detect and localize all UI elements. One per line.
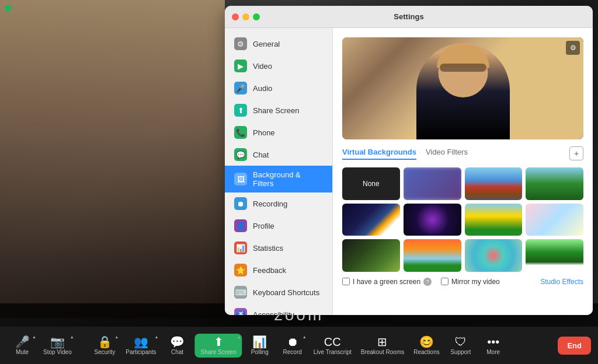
- background-sunset[interactable]: [404, 239, 461, 272]
- mute-button[interactable]: ▲ 🎤 Mute: [7, 334, 37, 358]
- sidebar-label-profile: Profile: [253, 222, 274, 230]
- maximize-button[interactable]: [253, 13, 260, 20]
- camera-settings-button[interactable]: ⚙: [566, 41, 580, 55]
- more-label: More: [486, 349, 500, 355]
- recording-icon: ⏺: [234, 197, 247, 210]
- sidebar-item-share-screen[interactable]: ⬆ Share Screen: [225, 99, 332, 121]
- sidebar-item-general[interactable]: ⚙ General: [225, 33, 332, 55]
- camera-preview: ⚙: [342, 37, 583, 139]
- record-label: Record: [283, 349, 302, 355]
- security-button[interactable]: ▲ 🔒 Security: [89, 334, 120, 358]
- sidebar-label-general: General: [253, 40, 280, 48]
- sidebar-item-statistics[interactable]: 📊 Statistics: [225, 237, 332, 259]
- share-screen-button[interactable]: ▲ ⬆ Share Screen: [195, 334, 242, 358]
- sidebar-item-background[interactable]: 🖼 Background & Filters: [225, 166, 332, 192]
- share-screen-toolbar-label: Share Screen: [201, 349, 237, 355]
- background-nature[interactable]: [526, 167, 583, 200]
- video-caret: ▲: [70, 335, 74, 339]
- sidebar-item-keyboard[interactable]: ⌨ Keyboard Shortcuts: [225, 281, 332, 303]
- security-caret: ▲: [114, 335, 119, 339]
- profile-icon: 👤: [234, 219, 247, 232]
- sidebar-item-chat[interactable]: 💬 Chat: [225, 144, 332, 166]
- reactions-button[interactable]: 😊 Reactions: [410, 334, 443, 358]
- feedback-icon: ⭐: [234, 264, 247, 276]
- sidebar-label-accessibility: Accessibility: [253, 310, 294, 316]
- participants-button[interactable]: ▲ 👥 Participants: [122, 334, 159, 358]
- background-colorful[interactable]: [465, 239, 523, 272]
- background-none[interactable]: None: [342, 167, 400, 200]
- participants-caret: ▲: [155, 335, 159, 339]
- settings-sidebar: ⚙ General ▶ Video 🎤 Audio ⬆ Share Screen…: [225, 28, 333, 315]
- settings-body: ⚙ General ▶ Video 🎤 Audio ⬆ Share Screen…: [225, 28, 593, 315]
- sidebar-label-chat: Chat: [253, 150, 269, 159]
- sidebar-item-profile[interactable]: 👤 Profile: [225, 215, 332, 237]
- statistics-icon: 📊: [234, 242, 247, 254]
- chat-toolbar-button[interactable]: 💬 Chat: [162, 334, 193, 358]
- participants-label: Participants: [126, 349, 156, 355]
- sidebar-label-keyboard: Keyboard Shortcuts: [253, 288, 319, 297]
- participants-icon: 👥: [134, 336, 148, 348]
- background-blur[interactable]: [404, 167, 461, 200]
- phone-icon: 📞: [234, 126, 247, 139]
- keyboard-icon: ⌨: [234, 286, 247, 299]
- toolbar: ▲ 🎤 Mute ▲ 📷 Stop Video ▲ 🔒 Security ▲ 👥…: [0, 327, 598, 364]
- mute-caret: ▲: [32, 335, 36, 339]
- mirror-video-checkbox[interactable]: [441, 278, 448, 285]
- background-pastel[interactable]: [526, 204, 583, 236]
- support-button[interactable]: 🛡 Support: [446, 334, 476, 358]
- breakout-rooms-icon: ⊞: [377, 336, 387, 348]
- live-transcript-button[interactable]: CC Live Transcript: [310, 334, 355, 358]
- background-sunflower[interactable]: [465, 204, 523, 236]
- chat-toolbar-icon: 💬: [170, 336, 185, 348]
- chat-icon: 💬: [234, 148, 247, 161]
- more-button[interactable]: ••• More: [478, 334, 509, 358]
- help-icon[interactable]: ?: [423, 278, 432, 286]
- end-button[interactable]: End: [558, 337, 591, 355]
- toolbar-right: End: [558, 337, 591, 355]
- polling-button[interactable]: 📊 Polling: [245, 334, 275, 358]
- reactions-icon: 😊: [419, 336, 434, 348]
- sidebar-item-phone[interactable]: 📞 Phone: [225, 121, 332, 144]
- studio-effects-link[interactable]: Studio Effects: [540, 278, 583, 286]
- record-button[interactable]: ▲ ⏺ Record: [277, 334, 308, 358]
- green-screen-label: I have a green screen: [353, 278, 420, 286]
- settings-title: Settings: [394, 12, 423, 21]
- stop-video-button[interactable]: ▲ 📷 Stop Video: [40, 334, 75, 358]
- stop-video-label: Stop Video: [43, 349, 72, 355]
- breakout-rooms-button[interactable]: ⊞ Breakout Rooms: [357, 334, 408, 358]
- toolbar-center: ▲ 🔒 Security ▲ 👥 Participants 💬 Chat ▲ ⬆…: [89, 334, 508, 358]
- accessibility-icon: ♿: [234, 308, 247, 315]
- record-icon: ⏺: [287, 336, 298, 348]
- polling-icon: 📊: [252, 336, 267, 348]
- settings-title-bar: Settings: [225, 6, 593, 28]
- sidebar-item-video[interactable]: ▶ Video: [225, 55, 332, 77]
- room-background: [0, 0, 225, 318]
- background-golden-gate[interactable]: [465, 167, 523, 200]
- sidebar-label-video: Video: [253, 62, 272, 71]
- sidebar-item-audio[interactable]: 🎤 Audio: [225, 77, 332, 99]
- support-label: Support: [450, 349, 471, 355]
- more-icon: •••: [487, 336, 499, 348]
- none-label: None: [363, 180, 380, 188]
- video-icon: ▶: [234, 60, 247, 72]
- mute-icon: 🎤: [15, 336, 30, 348]
- sidebar-label-recording: Recording: [253, 200, 287, 208]
- tab-video-filters[interactable]: Video Filters: [426, 148, 468, 160]
- green-screen-checkbox[interactable]: [342, 278, 350, 285]
- sidebar-label-statistics: Statistics: [253, 244, 283, 253]
- background-space[interactable]: [342, 204, 400, 236]
- add-background-button[interactable]: +: [569, 146, 583, 160]
- polling-label: Polling: [251, 349, 269, 355]
- tab-virtual-backgrounds[interactable]: Virtual Backgrounds: [342, 148, 416, 160]
- minimize-button[interactable]: [242, 13, 249, 20]
- background-plants[interactable]: [526, 239, 583, 272]
- background-leaf[interactable]: [342, 239, 400, 272]
- sidebar-item-feedback[interactable]: ⭐ Feedback: [225, 259, 332, 281]
- options-left: I have a green screen ? Mirror my video: [342, 278, 500, 286]
- sidebar-item-accessibility[interactable]: ♿ Accessibility: [225, 303, 332, 315]
- sidebar-item-recording[interactable]: ⏺ Recording: [225, 192, 332, 215]
- share-screen-icon: ⬆: [234, 104, 247, 117]
- stop-video-icon: 📷: [50, 336, 65, 348]
- background-galaxy[interactable]: [404, 204, 461, 236]
- close-button[interactable]: [232, 13, 239, 20]
